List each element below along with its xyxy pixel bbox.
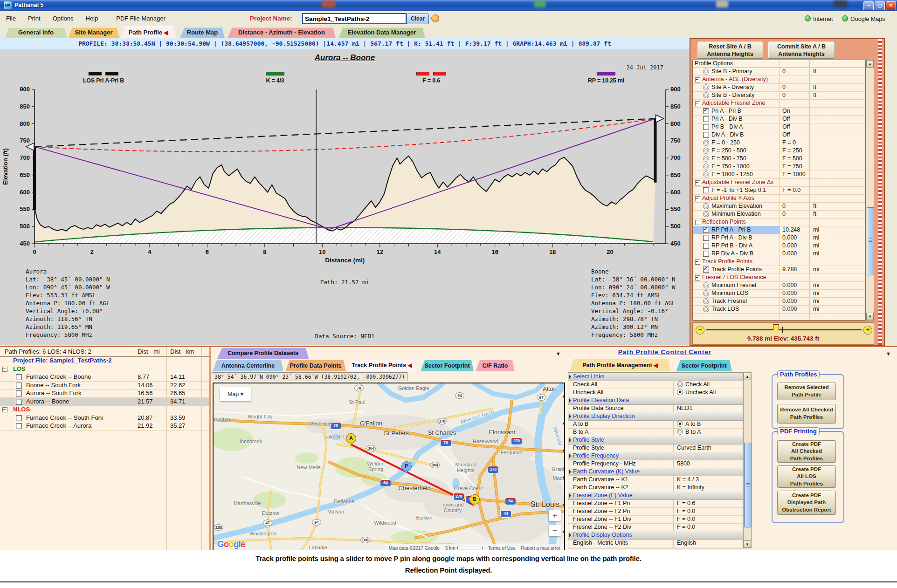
setting-fresnel-zone-f2-div[interactable]: Fresnel Zone -- F2 DivF = 0.0 [568, 523, 743, 532]
radio-icon[interactable] [677, 389, 683, 395]
tree-item-f-0-250[interactable]: F = 0F = 0 - 250 [693, 139, 865, 147]
slider-pin[interactable] [773, 324, 779, 333]
radio-icon[interactable] [703, 148, 709, 154]
map-type-dropdown[interactable]: Map ▾ [220, 387, 251, 401]
google-map[interactable]: Map ▾ + − Google Map data ©2017 Google 5… [213, 383, 565, 553]
slider-minus-button[interactable]: − [696, 326, 704, 335]
map-zoom-out-button[interactable]: − [549, 525, 561, 536]
tab-elevation-data-manager[interactable]: Elevation Data Manager [338, 27, 425, 38]
checkbox-icon[interactable] [16, 399, 22, 405]
tree-item-f-750-1000[interactable]: F = 750F = 750 - 1000 [693, 163, 865, 171]
radio-icon[interactable] [703, 140, 709, 146]
collapse-icon[interactable] [695, 101, 700, 106]
setting-cursor-mode[interactable]: Cursor ModeNo Snap [568, 547, 743, 548]
tree-item-f-250-500[interactable]: F = 250F = 250 - 500 [693, 147, 865, 155]
setting-check-all[interactable]: Check AllCheck All [568, 381, 743, 389]
collapse-icon[interactable] [695, 275, 700, 280]
radio-icon[interactable] [703, 203, 709, 209]
setting-earth-curvature-k1[interactable]: Earth Curvature -- K1K = 4 / 3 [568, 476, 743, 484]
button-remove-selected-path-profile[interactable]: Remove SelectedPath Profile [777, 383, 836, 400]
tree-item-site-b-diversity[interactable]: 0ftSite B - Diversity [693, 91, 865, 100]
slider-plus-button[interactable]: + [863, 326, 872, 335]
radio-icon[interactable] [703, 290, 709, 296]
tree-item-f-500-750[interactable]: F = 500F = 500 - 750 [693, 155, 865, 163]
checkbox-icon[interactable] [703, 243, 709, 249]
button-create-pdf-all-checked-path-profiles[interactable]: Create PDFAll CheckedPath Profiles [777, 440, 836, 463]
map-pin-a[interactable]: A [346, 433, 356, 444]
map-zoom-in-button[interactable]: + [549, 510, 561, 521]
radio-icon[interactable] [703, 211, 709, 217]
path-row-furnace-creek-aurora[interactable]: Furnace Creek -- Aurora21.9235.27 [0, 422, 209, 431]
maximize-button[interactable]: ▢ [875, 1, 885, 10]
tree-item-pri-a-pri-b[interactable]: OnPri A - Pri B [693, 107, 865, 116]
button-remove-all-checked-path-profiles[interactable]: Remove All CheckedPath Profiles [777, 404, 836, 424]
map-splitter-strip[interactable]: ▲▲▲▲▲▲ [561, 347, 567, 551]
map-tab-c-f-ratio[interactable]: C/F Ratio [476, 360, 515, 371]
tree-item-minimum-los[interactable]: 0.000miMinimum LOS [693, 289, 865, 298]
profile-options-scrollbar[interactable]: ▲ ▼ [866, 60, 874, 321]
menu-file[interactable]: File [0, 11, 22, 22]
path-row-furnace-creek-boone[interactable]: Furnace Creek -- Boone8.7714.11 [0, 373, 209, 382]
checkbox-icon[interactable] [16, 383, 22, 389]
tree-item-pri-a-div-b[interactable]: OffPri A - Div B [693, 115, 865, 123]
collapse-icon[interactable] [695, 196, 700, 201]
radio-icon[interactable] [677, 381, 683, 387]
radio-icon[interactable] [703, 92, 709, 98]
panel-splitter[interactable] [878, 39, 882, 345]
radio-icon[interactable] [703, 156, 709, 162]
setting-a-to-b[interactable]: A to BA to B [568, 420, 743, 429]
map-tab-track-profile-points[interactable]: Track Profile Points◀ [348, 359, 416, 371]
group-row-los[interactable]: LOS [0, 365, 209, 374]
setting-fresnel-zone-f2-pri[interactable]: Fresnel Zone -- F2 PriF = 0.0 [568, 507, 743, 516]
tree-item-rp-pri-a-pri-b[interactable]: 10.248miRP Pri A - Pri B [693, 226, 865, 234]
checkbox-icon[interactable] [16, 374, 22, 380]
tab-path-profile[interactable]: Path Profile◀ [120, 26, 176, 38]
path-row-aurora-south-fork[interactable]: Aurora -- South Fork16.5626.65 [0, 389, 209, 398]
radio-icon[interactable] [703, 282, 709, 288]
collapse-icon[interactable] [2, 407, 7, 412]
tree-item-div-a-div-b[interactable]: OffDiv A - Div B [693, 131, 865, 139]
tree-item-rp-div-a-div-b[interactable]: 0.000miRP Div A - Div B [693, 250, 865, 258]
radio-icon[interactable] [703, 84, 709, 90]
tab-site-manager[interactable]: Site Manager [68, 27, 119, 38]
menu-help[interactable]: Help [80, 11, 104, 22]
checkbox-icon[interactable] [703, 132, 709, 138]
collapse-icon[interactable] [695, 77, 700, 82]
checkbox-icon[interactable] [703, 267, 709, 273]
tab-distance-azimuth-elevation[interactable]: Distance - Azimuth - Elevation [228, 27, 336, 38]
ctl-tab-sector-footprint[interactable]: Sector Footprint [676, 360, 732, 371]
setting-uncheck-all[interactable]: Uncheck AllUncheck All [568, 389, 743, 397]
tree-item-rp-pri-a-div-b[interactable]: 0.000miRP Pri A - Div B [693, 234, 865, 242]
tab-route-map[interactable]: Route Map [180, 27, 225, 38]
tree-item-pri-b-div-a[interactable]: OffPri B - Div A [693, 123, 865, 131]
ctl-tab-path-profile-management[interactable]: Path Profile Management◀ [570, 359, 670, 371]
radio-icon[interactable] [677, 429, 683, 435]
tree-item-track-los[interactable]: 0.000miTrack LOS [693, 305, 865, 314]
checkbox-icon[interactable] [16, 423, 22, 429]
checkbox-icon[interactable] [703, 235, 709, 241]
radio-icon[interactable] [677, 421, 683, 427]
slider-track[interactable] [706, 329, 862, 330]
collapse-icon[interactable] [2, 367, 7, 372]
checkbox-icon[interactable] [16, 415, 22, 421]
compare-profile-datasets-tab[interactable]: Compare Profile Datasets [217, 348, 309, 359]
collapse-icon[interactable] [695, 180, 700, 185]
map-tab-profile-data-points[interactable]: Profile Data Points [285, 360, 346, 371]
commit-antenna-heights-button[interactable]: Commit Site A / BAntenna Heights [768, 41, 835, 59]
map-tab-antenna-centerline[interactable]: Antenna Centerline [213, 360, 283, 371]
radio-icon[interactable] [703, 298, 709, 304]
tree-item-track-fresnel[interactable]: 0.000miTrack Fresnel [693, 297, 865, 306]
dropdown-caret-icon[interactable]: ▼ [556, 351, 561, 356]
checkbox-icon[interactable] [703, 187, 709, 193]
setting-profile-style[interactable]: Profile StyleCurved Earth [568, 444, 743, 452]
tree-item-track-profile-points[interactable]: 9.788miTrack Profile Points [693, 266, 865, 274]
scrollbar-thumb[interactable] [744, 443, 752, 527]
setting-profile-frequency-mhz[interactable]: Profile Frequency - MHz5800 [568, 460, 743, 468]
dropdown-caret-icon[interactable]: ▼ [886, 351, 891, 356]
scroll-up-icon[interactable]: ▲ [744, 373, 751, 380]
tab-general-info[interactable]: General Info [5, 27, 67, 38]
path-row-furnace-creek-south-fork[interactable]: Furnace Creek -- South Fork20.8733.59 [0, 414, 209, 423]
setting-english-metric-units[interactable]: English - Metric UnitsEnglish [568, 539, 743, 547]
minimize-button[interactable]: – [863, 1, 874, 10]
radio-icon[interactable] [703, 68, 709, 75]
